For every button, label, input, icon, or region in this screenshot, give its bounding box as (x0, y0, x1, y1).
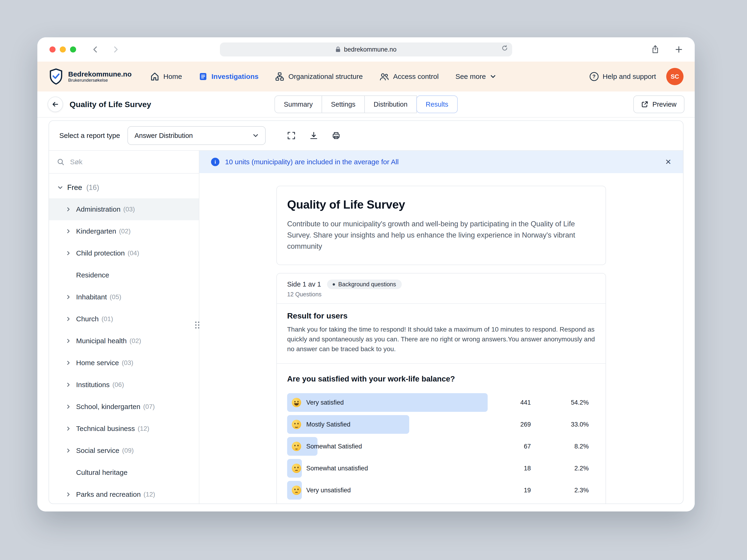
new-tab-icon[interactable] (675, 46, 682, 53)
info-banner: i 10 units (municipality) are included i… (199, 151, 683, 173)
nav-item-organizational-structure[interactable]: Organizational structure (275, 72, 363, 81)
search-icon (57, 158, 65, 166)
fullscreen-button[interactable] (282, 127, 300, 144)
tree-item-label: Child protection (76, 249, 125, 257)
close-icon[interactable]: ✕ (665, 158, 671, 166)
answer-count: 19 (489, 487, 531, 494)
download-button[interactable] (305, 127, 323, 144)
back-button[interactable] (48, 97, 63, 112)
tree-item-label: School, kindergarten (76, 403, 140, 411)
browser-forward-icon[interactable] (111, 45, 120, 54)
chevron-down-icon (490, 74, 496, 80)
search-input[interactable] (69, 158, 191, 166)
sidebar-tree-item[interactable]: Parks and recreation (12) (49, 483, 199, 504)
sidebar-tree-item[interactable]: School, kindergarten (07) (49, 396, 199, 418)
sidebar-tree-item[interactable]: Home service (03) (49, 352, 199, 374)
chevron-right-icon (66, 250, 76, 256)
url-text: bedrekommune.no (344, 46, 396, 53)
result-heading: Result for users (287, 311, 595, 320)
sidebar-tree-item[interactable]: Cultural heritage (49, 461, 199, 483)
answer-count: 441 (489, 399, 531, 406)
brand-tagline: Brukerundersøkelse (68, 78, 132, 83)
emoji-icon (292, 442, 301, 451)
tree-item-label: Cultural heritage (76, 469, 127, 477)
reload-icon[interactable] (501, 45, 508, 51)
tab-settings[interactable]: Settings (322, 96, 365, 113)
report-main: i 10 units (municipality) are included i… (199, 151, 683, 504)
close-window-button[interactable] (50, 47, 56, 53)
tab-results[interactable]: Results (416, 96, 458, 113)
answer-label: Very unsatisfied (306, 487, 351, 494)
tree-item-count: (09) (122, 447, 134, 454)
report-toolbar: Select a report type Answer Distribution (49, 121, 683, 151)
sidebar-tree-item[interactable]: Social service (09) (49, 439, 199, 461)
answer-percent: 2.3% (554, 487, 589, 494)
answer-percent: 54.2% (554, 399, 589, 406)
sidebar-tree-item[interactable]: Child protection (04) (49, 242, 199, 264)
results-scroll-area[interactable]: Quality of Life Survey Contribute to our… (199, 173, 683, 504)
tree-item-label: Institutions (76, 381, 109, 389)
chevron-right-icon (66, 360, 76, 365)
browser-back-icon[interactable] (91, 45, 99, 54)
sidebar-tree-item[interactable]: Technical business (12) (49, 418, 199, 439)
chevron-right-icon (66, 294, 76, 300)
browser-window: bedrekommune.no Bedre (37, 37, 695, 511)
zoom-window-button[interactable] (70, 47, 76, 53)
answer-row: Very unsatisfied 19 2.3% (287, 481, 595, 500)
help-and-support[interactable]: ? Help and support (590, 72, 656, 81)
sidebar-tree-item[interactable]: Residence (49, 264, 199, 286)
nav-item-investigations[interactable]: Investigations (199, 72, 259, 81)
tree-item-count: (02) (130, 337, 141, 345)
tree-root-free[interactable]: Free (16) (49, 177, 199, 198)
unit-tree: Free (16) Administration (03) Kindergart… (49, 174, 199, 504)
investigations-icon (199, 72, 207, 81)
address-bar[interactable]: bedrekommune.no (220, 43, 512, 56)
tree-item-count: (01) (102, 315, 113, 323)
answer-row: Somewhat Satisfied 67 8.2% (287, 437, 595, 456)
chevron-right-icon (66, 426, 76, 431)
tree-item-count: (03) (123, 206, 135, 213)
minimize-window-button[interactable] (60, 47, 66, 53)
chevron-right-icon (66, 448, 76, 453)
panel-resize-handle[interactable] (195, 322, 200, 329)
answer-percent: 2.2% (554, 465, 589, 472)
chevron-right-icon (66, 338, 76, 344)
nav-item-access-control[interactable]: Access control (380, 72, 439, 81)
sidebar-tree-item[interactable]: Municipal health (02) (49, 330, 199, 352)
tab-distribution[interactable]: Distribution (364, 96, 417, 113)
section-badge: Background questions (327, 279, 402, 289)
brand-logo[interactable]: Bedrekommune.no Brukerundersøkelse (49, 68, 132, 85)
external-link-icon (641, 101, 648, 108)
content-area: Select a report type Answer Distribution (37, 117, 695, 511)
tab-summary[interactable]: Summary (275, 96, 322, 113)
sidebar-tree-item[interactable]: Inhabitant (05) (49, 286, 199, 308)
info-icon: i (211, 158, 220, 166)
page-title: Quality of Life Survey (70, 100, 151, 109)
tree-item-label: Inhabitant (76, 293, 107, 301)
app-header: Bedrekommune.no Brukerundersøkelse Home … (37, 61, 695, 91)
print-button[interactable] (327, 127, 345, 144)
emoji-icon (292, 485, 301, 495)
tree-item-label: Kindergarten (76, 227, 116, 235)
sidebar-tree-item[interactable]: Kindergarten (02) (49, 220, 199, 242)
nav-item-see-more[interactable]: See more (456, 73, 496, 80)
survey-title: Quality of Life Survey (287, 198, 595, 211)
preview-button[interactable]: Preview (633, 96, 685, 113)
result-text: Thank you for taking the time to respond… (287, 325, 595, 354)
report-type-select[interactable]: Answer Distribution (127, 126, 266, 145)
emoji-icon (292, 464, 301, 473)
sidebar-tree-item[interactable]: Administration (03) (49, 198, 199, 220)
nav-item-home[interactable]: Home (150, 72, 182, 81)
tree-item-count: (06) (112, 381, 124, 389)
traffic-lights (50, 47, 76, 53)
share-icon[interactable] (651, 45, 659, 54)
survey-intro-card: Quality of Life Survey Contribute to our… (276, 186, 606, 265)
chevron-right-icon (66, 316, 76, 322)
sidebar-tree-item[interactable]: Church (01) (49, 308, 199, 330)
tree-item-label: Municipal health (76, 337, 127, 345)
sidebar-search (49, 151, 199, 174)
unit-sidebar: Free (16) Administration (03) Kindergart… (49, 151, 199, 504)
sidebar-tree-item[interactable]: Institutions (06) (49, 374, 199, 396)
answer-count: 67 (489, 443, 531, 450)
avatar[interactable]: SC (666, 68, 684, 85)
